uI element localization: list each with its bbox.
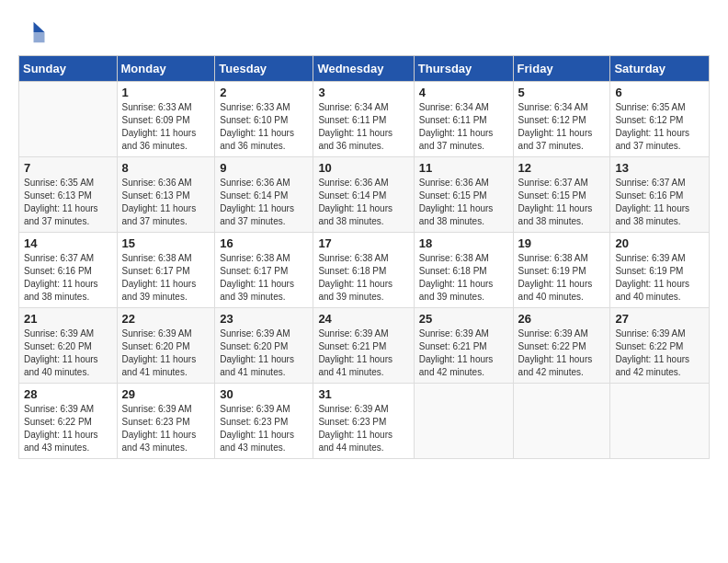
- calendar-cell: 14Sunrise: 6:37 AMSunset: 6:16 PMDayligh…: [19, 233, 118, 308]
- column-header-saturday: Saturday: [610, 56, 710, 82]
- calendar-cell: 31Sunrise: 6:39 AMSunset: 6:23 PMDayligh…: [313, 384, 414, 459]
- calendar-cell: [414, 384, 513, 459]
- calendar-cell: 10Sunrise: 6:36 AMSunset: 6:14 PMDayligh…: [313, 157, 414, 233]
- svg-marker-0: [34, 22, 45, 32]
- day-info: Sunrise: 6:34 AMSunset: 6:11 PMDaylight:…: [419, 101, 508, 153]
- calendar-week-row: 21Sunrise: 6:39 AMSunset: 6:20 PMDayligh…: [19, 308, 710, 384]
- calendar-cell: 2Sunrise: 6:33 AMSunset: 6:10 PMDaylight…: [215, 82, 313, 157]
- calendar-cell: 7Sunrise: 6:35 AMSunset: 6:13 PMDaylight…: [19, 157, 118, 233]
- day-info: Sunrise: 6:36 AMSunset: 6:13 PMDaylight:…: [122, 177, 210, 228]
- day-number: 2: [220, 86, 308, 99]
- day-number: 15: [122, 236, 210, 250]
- column-header-wednesday: Wednesday: [313, 56, 414, 82]
- day-info: Sunrise: 6:39 AMSunset: 6:20 PMDaylight:…: [122, 327, 210, 379]
- logo-icon: [18, 18, 46, 46]
- column-header-sunday: Sunday: [19, 56, 118, 82]
- calendar-cell: 25Sunrise: 6:39 AMSunset: 6:21 PMDayligh…: [414, 308, 513, 384]
- calendar-cell: [513, 384, 610, 459]
- day-number: 30: [220, 387, 308, 401]
- calendar-cell: 21Sunrise: 6:39 AMSunset: 6:20 PMDayligh…: [19, 308, 118, 384]
- day-number: 24: [318, 312, 408, 326]
- calendar-cell: 12Sunrise: 6:37 AMSunset: 6:15 PMDayligh…: [513, 157, 610, 233]
- calendar-cell: 18Sunrise: 6:38 AMSunset: 6:18 PMDayligh…: [414, 233, 513, 308]
- day-number: 21: [24, 312, 112, 326]
- calendar-cell: 20Sunrise: 6:39 AMSunset: 6:19 PMDayligh…: [610, 233, 710, 308]
- calendar-cell: 29Sunrise: 6:39 AMSunset: 6:23 PMDayligh…: [117, 384, 215, 459]
- day-info: Sunrise: 6:39 AMSunset: 6:22 PMDaylight:…: [24, 403, 112, 454]
- logo: [18, 18, 51, 46]
- calendar-week-row: 7Sunrise: 6:35 AMSunset: 6:13 PMDaylight…: [19, 157, 710, 233]
- day-info: Sunrise: 6:37 AMSunset: 6:16 PMDaylight:…: [24, 252, 112, 304]
- day-number: 6: [615, 86, 704, 99]
- day-number: 14: [24, 236, 112, 250]
- calendar-cell: 13Sunrise: 6:37 AMSunset: 6:16 PMDayligh…: [610, 157, 710, 233]
- day-number: 23: [220, 312, 308, 326]
- calendar-cell: 27Sunrise: 6:39 AMSunset: 6:22 PMDayligh…: [610, 308, 710, 384]
- day-info: Sunrise: 6:38 AMSunset: 6:19 PMDaylight:…: [518, 252, 606, 304]
- day-number: 11: [419, 161, 508, 175]
- day-number: 28: [24, 387, 112, 401]
- day-info: Sunrise: 6:36 AMSunset: 6:14 PMDaylight:…: [318, 177, 408, 228]
- calendar-cell: 16Sunrise: 6:38 AMSunset: 6:17 PMDayligh…: [215, 233, 313, 308]
- calendar-cell: [19, 82, 118, 157]
- calendar-cell: 6Sunrise: 6:35 AMSunset: 6:12 PMDaylight…: [610, 82, 710, 157]
- calendar-cell: 4Sunrise: 6:34 AMSunset: 6:11 PMDaylight…: [414, 82, 513, 157]
- calendar-cell: 26Sunrise: 6:39 AMSunset: 6:22 PMDayligh…: [513, 308, 610, 384]
- calendar-header: SundayMondayTuesdayWednesdayThursdayFrid…: [19, 56, 710, 82]
- calendar-table: SundayMondayTuesdayWednesdayThursdayFrid…: [18, 55, 710, 459]
- day-number: 19: [518, 236, 606, 250]
- calendar-cell: 17Sunrise: 6:38 AMSunset: 6:18 PMDayligh…: [313, 233, 414, 308]
- day-info: Sunrise: 6:39 AMSunset: 6:21 PMDaylight:…: [318, 327, 408, 379]
- day-number: 7: [24, 161, 112, 175]
- day-number: 8: [122, 161, 210, 175]
- column-header-friday: Friday: [513, 56, 610, 82]
- calendar-cell: 23Sunrise: 6:39 AMSunset: 6:20 PMDayligh…: [215, 308, 313, 384]
- day-info: Sunrise: 6:39 AMSunset: 6:20 PMDaylight:…: [220, 327, 308, 379]
- calendar-week-row: 1Sunrise: 6:33 AMSunset: 6:09 PMDaylight…: [19, 82, 710, 157]
- day-info: Sunrise: 6:39 AMSunset: 6:21 PMDaylight:…: [419, 327, 508, 379]
- day-number: 31: [318, 387, 408, 401]
- day-number: 26: [518, 312, 606, 326]
- day-info: Sunrise: 6:34 AMSunset: 6:12 PMDaylight:…: [518, 101, 606, 153]
- day-number: 22: [122, 312, 210, 326]
- day-number: 10: [318, 161, 408, 175]
- calendar-cell: 1Sunrise: 6:33 AMSunset: 6:09 PMDaylight…: [117, 82, 215, 157]
- day-number: 3: [318, 86, 408, 99]
- day-number: 29: [122, 387, 210, 401]
- day-number: 27: [615, 312, 704, 326]
- day-info: Sunrise: 6:38 AMSunset: 6:17 PMDaylight:…: [122, 252, 210, 304]
- day-number: 4: [419, 86, 508, 99]
- calendar-cell: 8Sunrise: 6:36 AMSunset: 6:13 PMDaylight…: [117, 157, 215, 233]
- page-header: [18, 18, 710, 46]
- day-info: Sunrise: 6:33 AMSunset: 6:09 PMDaylight:…: [122, 101, 210, 153]
- calendar-cell: 15Sunrise: 6:38 AMSunset: 6:17 PMDayligh…: [117, 233, 215, 308]
- calendar-cell: 11Sunrise: 6:36 AMSunset: 6:15 PMDayligh…: [414, 157, 513, 233]
- day-info: Sunrise: 6:39 AMSunset: 6:19 PMDaylight:…: [615, 252, 704, 304]
- calendar-cell: 22Sunrise: 6:39 AMSunset: 6:20 PMDayligh…: [117, 308, 215, 384]
- column-header-tuesday: Tuesday: [215, 56, 313, 82]
- day-info: Sunrise: 6:37 AMSunset: 6:16 PMDaylight:…: [615, 177, 704, 228]
- day-number: 1: [122, 86, 210, 99]
- day-number: 13: [615, 161, 704, 175]
- day-number: 18: [419, 236, 508, 250]
- svg-marker-1: [34, 32, 45, 42]
- day-info: Sunrise: 6:39 AMSunset: 6:20 PMDaylight:…: [24, 327, 112, 379]
- day-info: Sunrise: 6:36 AMSunset: 6:15 PMDaylight:…: [419, 177, 508, 228]
- calendar-week-row: 14Sunrise: 6:37 AMSunset: 6:16 PMDayligh…: [19, 233, 710, 308]
- day-info: Sunrise: 6:36 AMSunset: 6:14 PMDaylight:…: [220, 177, 308, 228]
- day-info: Sunrise: 6:39 AMSunset: 6:23 PMDaylight:…: [318, 403, 408, 454]
- day-number: 12: [518, 161, 606, 175]
- calendar-cell: 30Sunrise: 6:39 AMSunset: 6:23 PMDayligh…: [215, 384, 313, 459]
- calendar-cell: 24Sunrise: 6:39 AMSunset: 6:21 PMDayligh…: [313, 308, 414, 384]
- day-info: Sunrise: 6:35 AMSunset: 6:13 PMDaylight:…: [24, 177, 112, 228]
- calendar-week-row: 28Sunrise: 6:39 AMSunset: 6:22 PMDayligh…: [19, 384, 710, 459]
- day-info: Sunrise: 6:38 AMSunset: 6:18 PMDaylight:…: [419, 252, 508, 304]
- column-header-thursday: Thursday: [414, 56, 513, 82]
- day-info: Sunrise: 6:39 AMSunset: 6:22 PMDaylight:…: [615, 327, 704, 379]
- day-info: Sunrise: 6:38 AMSunset: 6:18 PMDaylight:…: [318, 252, 408, 304]
- day-number: 25: [419, 312, 508, 326]
- day-info: Sunrise: 6:34 AMSunset: 6:11 PMDaylight:…: [318, 101, 408, 153]
- calendar-cell: 5Sunrise: 6:34 AMSunset: 6:12 PMDaylight…: [513, 82, 610, 157]
- day-info: Sunrise: 6:39 AMSunset: 6:23 PMDaylight:…: [122, 403, 210, 454]
- header-row: SundayMondayTuesdayWednesdayThursdayFrid…: [19, 56, 710, 82]
